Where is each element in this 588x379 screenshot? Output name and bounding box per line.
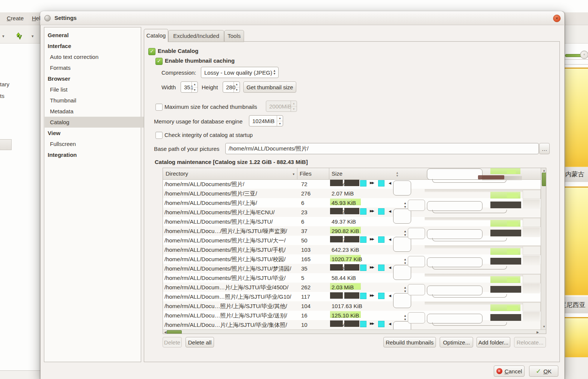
render-artifact — [344, 208, 359, 214]
sidebar-item-thumbnail[interactable]: Thumbnail — [45, 95, 145, 106]
scroll-down-icon[interactable]: ▼ — [543, 325, 546, 328]
render-artifact — [478, 175, 504, 179]
render-artifact: ▶▶ — [370, 237, 374, 241]
spinner-arrows-icon[interactable]: ▲▼ — [234, 82, 240, 92]
divider — [564, 64, 588, 65]
sidebar-item-integration[interactable]: Integration — [45, 149, 143, 160]
vertical-scrollbar[interactable]: ▲ ▼ — [541, 168, 546, 329]
add-folder-button[interactable]: Add folder... — [476, 337, 510, 347]
render-artifact — [408, 256, 425, 267]
render-artifact — [393, 293, 411, 308]
relocate-button[interactable]: Relocate... — [514, 337, 546, 347]
render-artifact: ▼ — [404, 205, 407, 209]
cell-directory: /home/rm/ALL/Documents/照片/上海/SJTU/梦清园/ — [164, 264, 296, 273]
render-artifact: ▼ — [404, 262, 407, 265]
tab-excluded-included[interactable]: Excluded/Included — [168, 30, 224, 42]
menu-create[interactable]: Create — [7, 15, 24, 21]
check-integrity-checkbox[interactable] — [155, 132, 163, 139]
enable-catalog-checkbox[interactable]: ✓ — [148, 48, 155, 55]
sidebar-item-file-list[interactable]: File list — [45, 84, 145, 95]
folder-thumbnail[interactable] — [564, 186, 588, 295]
browse-button[interactable]: … — [539, 143, 550, 154]
render-artifact — [523, 227, 540, 237]
sidebar-item-browser[interactable]: Browser — [45, 73, 143, 84]
max-cached-checkbox[interactable] — [155, 104, 163, 111]
table-row[interactable]: /home/rm/ALL/Documents/照片/上海/SJTU/校园/165… — [163, 254, 541, 264]
scroll-up-icon[interactable]: ▲ — [543, 169, 546, 172]
render-artifact: ▲ — [404, 230, 407, 233]
sidebar-item-metadata[interactable]: Metadata — [45, 106, 145, 117]
cell-directory: /home/rm/ALL/Docu…/照片/上海/SJTU/噪声监测/ — [164, 226, 296, 236]
sort-updown-icon[interactable] — [15, 32, 23, 41]
menu-help[interactable]: Hel — [32, 15, 41, 21]
ok-check-icon: ✓ — [536, 368, 541, 374]
cell-directory: /home/rm/ALL/Documents/照片/上海/SJTU/ — [164, 217, 296, 226]
render-artifact — [507, 306, 518, 310]
table-row[interactable]: /home/rm/ALL/Docu…照片/上海/SJTU/毕业/送别/16125… — [163, 311, 541, 320]
cancel-button[interactable]: ✕ Cancel — [494, 365, 525, 377]
render-artifact — [523, 190, 541, 199]
scroll-right-icon[interactable]: ▶ — [537, 331, 539, 334]
table-row[interactable]: /home/rm/ALL/Docum…片/上海/SJTU/毕业/450D/262… — [163, 283, 541, 292]
delete-all-button[interactable]: Delete all — [185, 337, 214, 347]
dialog-titlebar[interactable] — [40, 11, 564, 25]
column-header-files[interactable]: Files — [297, 168, 329, 179]
close-icon[interactable]: ✕ — [553, 15, 561, 22]
render-artifact — [523, 312, 540, 322]
base-path-input[interactable]: /home/rm/ALL/Documents/照片/ — [225, 143, 539, 154]
memory-usage-spinner[interactable]: 1024MiB ▲▼ — [249, 115, 283, 126]
render-artifact — [490, 230, 521, 236]
cell-files: 5 — [301, 273, 304, 283]
tab-tools[interactable]: Tools — [224, 30, 244, 42]
table-row[interactable]: /home/rm/ALL/Docu…/照片/上海/SJTU/噪声监测/37290… — [163, 226, 541, 236]
cell-files: 6 — [301, 198, 304, 208]
sidebar-item-formats[interactable]: Formats — [45, 62, 145, 73]
render-artifact: ▼ — [404, 233, 407, 237]
sidebar-item-interface[interactable]: Interface — [45, 41, 143, 51]
render-artifact — [432, 210, 507, 213]
height-spinner[interactable]: 280 ▲▼ — [223, 81, 240, 93]
zoom-slider-handle[interactable]: ≡ — [580, 51, 588, 59]
render-artifact — [360, 321, 366, 327]
render-artifact — [393, 265, 411, 280]
sidebar-item-catalog[interactable]: Catalog — [45, 117, 145, 128]
render-artifact: ▶▶ — [370, 209, 374, 213]
get-thumbnail-size-button[interactable]: Get thumbnail size — [243, 81, 296, 93]
compression-combobox[interactable]: Lossy - Low quality (JPEG) ▲▼ — [201, 67, 279, 78]
sidebar-item-fullscreen[interactable]: Fullscreen — [45, 138, 145, 149]
max-cached-spinner: 2000MiB ▲▼ — [266, 101, 297, 112]
folder-thumbnail[interactable] — [564, 317, 588, 358]
ok-button[interactable]: ✓ OK — [529, 365, 558, 377]
sidebar-item-auto-text-correction[interactable]: Auto text correction — [45, 51, 145, 62]
spinner-arrows-icon[interactable]: ▲▼ — [191, 82, 198, 92]
sidebar-item-general[interactable]: General — [45, 30, 143, 41]
tab-catalog[interactable]: Catalog — [144, 29, 168, 42]
horizontal-scroll-thumb[interactable] — [167, 330, 182, 334]
toolbar-dropdown-arrow-icon[interactable]: ▾ — [2, 34, 5, 39]
table-row[interactable]: /home/rm/ALL/Documents/照片/上海/645.93 KiB — [163, 198, 541, 208]
scroll-left-icon[interactable]: ◀ — [164, 331, 166, 334]
horizontal-scrollbar[interactable]: ◀ ▶ — [163, 329, 546, 334]
delete-button[interactable]: Delete — [163, 337, 182, 347]
enable-thumbnail-caching-checkbox[interactable]: ✓ — [155, 58, 163, 65]
compression-label: Compression: — [161, 69, 196, 76]
render-artifact — [344, 236, 359, 242]
sidebar-item-view[interactable]: View — [45, 128, 143, 138]
folder-thumbnail[interactable] — [564, 68, 588, 167]
spinner-arrows-icon[interactable]: ▲▼ — [277, 116, 283, 126]
max-cached-label: Maximum size for cached thumbnails — [164, 104, 257, 110]
toolbar-dropdown-arrow-icon-2[interactable]: ▾ — [32, 34, 34, 39]
window-icon — [44, 15, 51, 21]
width-spinner[interactable]: 351 ▲▼ — [181, 81, 198, 93]
vertical-scroll-thumb[interactable] — [542, 173, 546, 186]
check-integrity-label: Check integrity of catalog at startup — [164, 132, 253, 138]
column-header-directory[interactable]: Directory — [163, 168, 297, 179]
rebuild-thumbnails-button[interactable]: Rebuild thumbnails — [383, 337, 436, 347]
render-artifact — [360, 265, 366, 271]
cell-files: 16 — [301, 311, 308, 320]
render-artifact: ▲ — [404, 202, 407, 205]
render-artifact: ▶▶ — [370, 293, 374, 297]
catalog-maintenance-title: Catalog maintenance [Catalog size 1.22 G… — [155, 159, 308, 165]
render-artifact — [393, 237, 411, 252]
optimize-button[interactable]: Optimize... — [440, 337, 473, 347]
